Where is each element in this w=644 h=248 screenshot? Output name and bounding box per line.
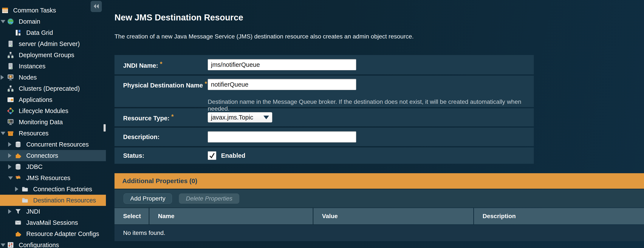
status-checkbox-label: Enabled	[221, 152, 245, 159]
main-content: New JMS Destination Resource The creatio…	[106, 0, 644, 248]
puzzle-icon	[15, 152, 22, 159]
sidebar-item-jndi[interactable]: JNDI	[0, 206, 106, 217]
sidebar-item-label: Lifecycle Modules	[19, 108, 68, 115]
properties-toolbar: Add Property Delete Properties	[114, 189, 644, 208]
column-header-description: Description	[474, 208, 644, 224]
sidebar-item-resources[interactable]: Resources	[0, 128, 106, 139]
sidebar-item-applications[interactable]: Applications	[0, 94, 106, 105]
sidebar-item-nodes[interactable]: Nodes	[0, 72, 106, 83]
cluster-icon	[7, 52, 14, 58]
monitoring-icon	[7, 119, 14, 125]
sidebar-item-label: Resources	[19, 130, 49, 137]
sidebar-item-common-tasks[interactable]: Common Tasks	[0, 5, 106, 16]
sidebar-item-instances[interactable]: Instances	[0, 61, 106, 72]
add-property-button[interactable]: Add Property	[124, 193, 172, 204]
tree-toggle-arrow-icon[interactable]	[8, 150, 15, 161]
sidebar-item-connectors[interactable]: Connectors	[0, 150, 106, 161]
form-row-resource-type: Resource Type: javax.jms.Topic	[114, 108, 534, 126]
sidebar-item-clusters-deprecated[interactable]: Clusters (Deprecated)	[0, 83, 106, 94]
column-header-name: Name	[150, 208, 313, 224]
tree-toggle-arrow-icon[interactable]	[15, 184, 22, 195]
sidebar-item-label: Data Grid	[26, 29, 53, 36]
delete-properties-button[interactable]: Delete Properties	[179, 193, 239, 204]
sidebar-item-javamail-sessions[interactable]: JavaMail Sessions	[0, 217, 106, 228]
description-input[interactable]	[208, 131, 356, 142]
required-asterisk	[160, 60, 162, 67]
tree-toggle-arrow-icon[interactable]	[1, 16, 7, 27]
tree-arrow-spacer	[1, 83, 7, 94]
sidebar-item-label: Instances	[19, 63, 46, 70]
tree-arrow-spacer	[1, 117, 7, 128]
sidebar-item-jms-resources[interactable]: JMS Resources	[0, 172, 106, 184]
sidebar-item-label: JDBC	[26, 163, 42, 170]
required-asterisk	[171, 113, 174, 120]
resource-type-label: Resource Type:	[123, 113, 208, 122]
tree-toggle-arrow-icon[interactable]	[1, 128, 7, 139]
properties-table: Select Name Value Description No items f…	[114, 208, 644, 241]
tree-arrow-spacer	[8, 217, 15, 228]
physical-destination-name-label: Physical Destination Name	[123, 80, 208, 89]
server-icon	[7, 40, 14, 47]
node-monitor-icon	[7, 74, 14, 81]
properties-table-empty-row: No items found.	[114, 225, 644, 241]
column-header-select: Select	[114, 208, 149, 224]
status-label: Status:	[123, 152, 208, 159]
sidebar-item-resource-adapter-configs[interactable]: Resource Adapter Configs	[0, 228, 106, 240]
tree-arrow-spacer	[1, 61, 7, 72]
app-root: Common TasksDomainData Gridserver (Admin…	[0, 0, 644, 248]
additional-properties-title: Additional Properties (0)	[122, 177, 197, 185]
description-label: Description:	[123, 133, 208, 140]
mail-icon	[15, 219, 22, 226]
tree-toggle-arrow-icon[interactable]	[8, 161, 15, 172]
sidebar-item-jdbc[interactable]: JDBC	[0, 161, 106, 172]
sidebar-item-label: JNDI	[26, 208, 40, 215]
sidebar-item-label: Configurations	[19, 242, 59, 248]
sidebar-item-label: Nodes	[19, 74, 37, 81]
database-icon	[15, 163, 22, 170]
tree-toggle-arrow-icon[interactable]	[8, 172, 15, 184]
collapse-sidebar-button[interactable]	[90, 1, 102, 12]
sidebar-item-domain[interactable]: Domain	[0, 16, 106, 27]
cluster-icon	[7, 85, 14, 92]
puzzle-icon	[15, 230, 22, 237]
sidebar-item-connection-factories[interactable]: Connection Factories	[0, 184, 106, 195]
box-icon	[7, 130, 14, 137]
tree-arrow-spacer	[1, 49, 7, 61]
tree-toggle-arrow-icon[interactable]	[1, 72, 7, 83]
sidebar-item-concurrent-resources[interactable]: Concurrent Resources	[0, 139, 106, 150]
sidebar-item-deployment-groups[interactable]: Deployment Groups	[0, 49, 106, 61]
sidebar-item-configurations[interactable]: Configurations	[0, 240, 106, 248]
tree-toggle-arrow-icon[interactable]	[1, 240, 7, 248]
sidebar-item-destination-resources[interactable]: Destination Resources	[0, 195, 106, 206]
folder-icon	[22, 186, 28, 193]
sidebar-item-server-admin-server[interactable]: server (Admin Server)	[0, 38, 106, 49]
checkmark-icon	[208, 152, 216, 159]
sidebar-tree: Common TasksDomainData Gridserver (Admin…	[0, 0, 106, 248]
sidebar-scrollbar-thumb[interactable]	[104, 124, 106, 131]
sidebar-item-monitoring-data[interactable]: Monitoring Data	[0, 117, 106, 128]
server-icon	[7, 63, 14, 70]
sidebar-item-lifecycle-modules[interactable]: Lifecycle Modules	[0, 105, 106, 117]
required-asterisk	[205, 80, 207, 87]
form-row-description: Description:	[114, 128, 534, 146]
table-icon	[2, 7, 8, 14]
sidebar-item-label: Connection Factories	[33, 186, 92, 193]
resource-type-selected-value: javax.jms.Topic	[211, 114, 253, 121]
jndi-name-label: JNDI Name:	[123, 60, 208, 69]
sidebar-item-label: Applications	[19, 96, 52, 103]
applications-icon	[7, 96, 14, 103]
jndi-name-input[interactable]	[208, 59, 356, 70]
sidebar-item-label: Concurrent Resources	[26, 141, 89, 148]
status-enabled-checkbox[interactable]	[208, 151, 216, 160]
tree-toggle-arrow-icon[interactable]	[8, 206, 15, 217]
sidebar-item-data-grid[interactable]: Data Grid	[0, 27, 106, 38]
resource-type-select[interactable]: javax.jms.Topic	[208, 112, 272, 123]
filter-icon	[15, 208, 22, 215]
sliders-icon	[7, 242, 14, 248]
sidebar-item-label: server (Admin Server)	[19, 40, 80, 47]
page-description: The creation of a new Java Message Servi…	[114, 33, 644, 40]
tree-arrow-spacer	[8, 228, 15, 240]
tree-toggle-arrow-icon[interactable]	[8, 139, 15, 150]
sidebar-item-label: Connectors	[26, 152, 58, 159]
physical-destination-name-input[interactable]	[208, 79, 356, 90]
